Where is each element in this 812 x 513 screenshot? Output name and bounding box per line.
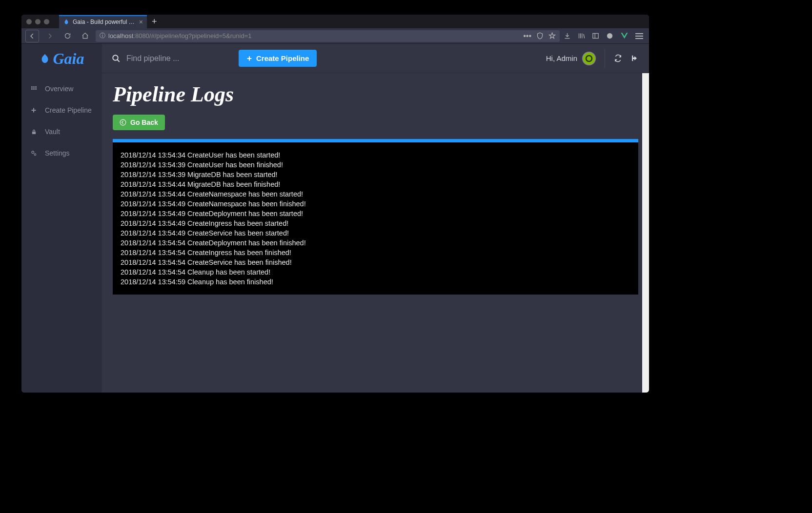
- svg-rect-6: [33, 88, 35, 90]
- greeting-text: Hi, Admin: [546, 54, 577, 62]
- main-area: Create Pipeline Hi, Admin: [102, 44, 649, 393]
- sidebar-item-label: Vault: [45, 128, 60, 136]
- svg-point-1: [607, 33, 612, 39]
- svg-point-13: [120, 119, 126, 125]
- log-line: 2018/12/14 13:54:49 CreateService has be…: [121, 228, 630, 238]
- log-line: 2018/12/14 13:54:59 Cleanup has been fin…: [121, 277, 630, 287]
- minimize-window-button[interactable]: [35, 19, 41, 24]
- search-wrap: [112, 54, 229, 63]
- svg-rect-7: [35, 88, 37, 90]
- url-port: :8080: [133, 32, 149, 39]
- maximize-window-button[interactable]: [44, 19, 49, 24]
- grid-icon: [30, 86, 37, 92]
- log-line: 2018/12/14 13:54:49 CreateIngress has be…: [121, 218, 630, 228]
- search-icon: [112, 54, 121, 63]
- log-panel: 2018/12/14 13:54:34 CreateUser has been …: [113, 139, 638, 295]
- sidebar-item-label: Create Pipeline: [45, 106, 92, 114]
- alert-icon[interactable]: [606, 32, 613, 39]
- log-line: 2018/12/14 13:54:54 CreateDeployment has…: [121, 238, 630, 248]
- url-host: localhost: [108, 32, 133, 39]
- log-line: 2018/12/14 13:54:54 CreateService has be…: [121, 257, 630, 267]
- app-logo[interactable]: Gaia: [21, 44, 102, 73]
- svg-rect-12: [632, 56, 633, 61]
- topbar-right: Hi, Admin: [546, 49, 639, 68]
- downloads-icon[interactable]: [564, 32, 571, 39]
- sidebar-item-settings[interactable]: Settings: [21, 142, 102, 164]
- bookmark-star-icon[interactable]: [548, 32, 556, 39]
- new-tab-button[interactable]: +: [147, 17, 162, 27]
- info-icon[interactable]: ⓘ: [100, 32, 105, 40]
- browser-url-bar: ⓘ localhost:8080/#/pipeline/log?pipeline…: [21, 28, 649, 44]
- svg-point-10: [34, 154, 36, 156]
- url-input[interactable]: ⓘ localhost:8080/#/pipeline/log?pipeline…: [96, 30, 560, 42]
- browser-window: Gaia - Build powerful pipelines × + ⓘ lo…: [21, 15, 649, 393]
- create-pipeline-button[interactable]: Create Pipeline: [239, 50, 317, 67]
- sidebar-item-create-pipeline[interactable]: Create Pipeline: [21, 99, 102, 121]
- svg-rect-3: [33, 86, 35, 88]
- go-back-button[interactable]: Go Back: [113, 115, 165, 130]
- sidebar-toggle-icon[interactable]: [592, 32, 599, 39]
- search-input[interactable]: [126, 54, 214, 63]
- browser-tab-bar: Gaia - Build powerful pipelines × +: [21, 15, 649, 28]
- log-line: 2018/12/14 13:54:54 CreateIngress has be…: [121, 248, 630, 257]
- svg-rect-0: [593, 34, 598, 39]
- sidebar-item-label: Overview: [45, 85, 73, 93]
- topbar: Create Pipeline Hi, Admin: [102, 44, 649, 73]
- content-area: Pipeline Logs Go Back 2018/12/14 13:54:3…: [102, 73, 649, 393]
- go-back-label: Go Back: [130, 118, 158, 126]
- refresh-icon[interactable]: [614, 54, 622, 62]
- url-path: /#/pipeline/log?pipelineid=5&runid=1: [149, 32, 252, 39]
- sidebar-nav: Overview Create Pipeline Vault: [21, 73, 102, 164]
- nav-home-button[interactable]: [78, 30, 92, 42]
- url-text: localhost:8080/#/pipeline/log?pipelineid…: [108, 32, 251, 39]
- svg-rect-4: [35, 86, 37, 88]
- svg-rect-8: [32, 132, 35, 134]
- more-icon[interactable]: •••: [523, 32, 531, 40]
- library-icon[interactable]: [578, 32, 585, 39]
- nav-forward-button[interactable]: [43, 30, 57, 42]
- sidebar-item-vault[interactable]: Vault: [21, 121, 102, 142]
- logo-text: Gaia: [53, 50, 84, 68]
- nav-reload-button[interactable]: [61, 30, 74, 42]
- vue-devtools-icon[interactable]: [620, 32, 629, 40]
- shield-icon[interactable]: [536, 32, 544, 39]
- tab-favicon-icon: [63, 19, 70, 25]
- window-controls: [26, 19, 49, 24]
- svg-point-9: [32, 151, 34, 154]
- log-line: 2018/12/14 13:54:34 CreateUser has been …: [121, 150, 630, 160]
- lock-icon: [30, 129, 37, 135]
- svg-rect-2: [31, 86, 33, 88]
- avatar: [582, 52, 596, 65]
- sidebar-item-overview[interactable]: Overview: [21, 78, 102, 99]
- log-line: 2018/12/14 13:54:54 Cleanup has been sta…: [121, 267, 630, 277]
- divider: [605, 49, 605, 68]
- logo-icon: [40, 53, 50, 64]
- plus-icon: [30, 107, 37, 113]
- create-pipeline-label: Create Pipeline: [256, 54, 309, 62]
- close-tab-icon[interactable]: ×: [139, 19, 143, 25]
- user-greeting[interactable]: Hi, Admin: [546, 52, 596, 65]
- cogs-icon: [30, 150, 37, 157]
- log-line: 2018/12/14 13:54:44 MigrateDB has been f…: [121, 179, 630, 189]
- log-line: 2018/12/14 13:54:49 CreateDeployment has…: [121, 209, 630, 218]
- logout-icon[interactable]: [631, 54, 639, 62]
- hamburger-menu-icon[interactable]: [635, 33, 643, 39]
- scrollbar[interactable]: [642, 73, 649, 393]
- close-window-button[interactable]: [26, 19, 32, 24]
- svg-rect-5: [31, 88, 33, 90]
- sidebar-item-label: Settings: [45, 149, 70, 157]
- sidebar: Gaia Overview Create Pipeline: [21, 44, 102, 393]
- log-line: 2018/12/14 13:54:39 MigrateDB has been s…: [121, 170, 630, 179]
- app-container: Gaia Overview Create Pipeline: [21, 44, 649, 393]
- page-title: Pipeline Logs: [113, 82, 638, 107]
- log-line: 2018/12/14 13:54:39 CreateUser has been …: [121, 160, 630, 170]
- svg-point-11: [113, 55, 118, 60]
- browser-tab[interactable]: Gaia - Build powerful pipelines ×: [59, 15, 147, 28]
- nav-back-button[interactable]: [25, 30, 39, 42]
- log-line: 2018/12/14 13:54:44 CreateNamespace has …: [121, 189, 630, 199]
- arrow-left-circle-icon: [120, 119, 126, 126]
- log-line: 2018/12/14 13:54:49 CreateNamespace has …: [121, 199, 630, 209]
- tab-title: Gaia - Build powerful pipelines: [73, 19, 136, 25]
- plus-icon: [246, 56, 252, 61]
